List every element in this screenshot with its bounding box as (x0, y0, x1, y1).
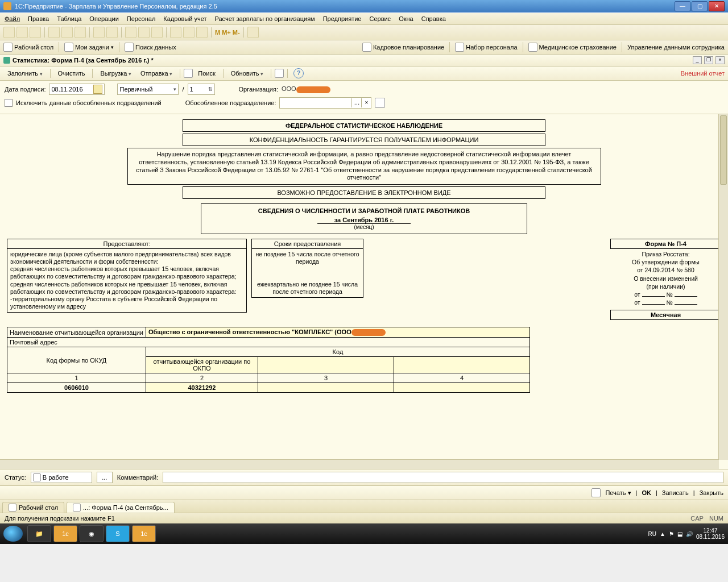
app-icon (3, 2, 11, 10)
doc-min-button[interactable]: _ (693, 56, 702, 64)
help-icon[interactable]: ? (293, 68, 304, 78)
tray-net-icon[interactable]: ⬓ (677, 531, 682, 537)
1c-icon-2[interactable]: 1c (132, 525, 156, 542)
window-title: 1С:Предприятие - Зарплата и Управление П… (15, 0, 217, 13)
obos-input[interactable]: … × (279, 97, 371, 109)
tb-save-icon[interactable] (30, 27, 41, 38)
tb-mminus-icon[interactable]: M- (233, 29, 240, 36)
window-titlebar: 1С:Предприятие - Зарплата и Управление П… (0, 0, 728, 13)
okpo-cell[interactable]: 40321292 (146, 383, 258, 393)
terms-block: Сроки предоставления не позднее 15 числа… (251, 239, 363, 298)
status-combo[interactable]: В работе (31, 472, 92, 483)
explorer-icon[interactable]: 📁 (27, 525, 51, 542)
menu-salary[interactable]: Расчет зарплаты по организациям (214, 15, 315, 22)
tb-misc1-icon[interactable] (170, 27, 181, 38)
horizontal-scrollbar[interactable] (0, 459, 719, 469)
settings-icon[interactable] (275, 69, 284, 78)
close-button[interactable]: ✕ (709, 1, 725, 11)
skype-icon[interactable]: S (106, 525, 130, 542)
tb-redo-icon[interactable] (106, 27, 118, 38)
tb-help-icon[interactable] (151, 27, 163, 38)
obos-clear-button[interactable]: × (361, 98, 371, 107)
refresh-button[interactable]: Обновить (227, 68, 267, 78)
menu-file[interactable]: Файл (5, 15, 20, 22)
menu-service[interactable]: Сервис (369, 15, 391, 22)
main-menu: Файл Правка Таблица Операции Персонал Ка… (0, 13, 728, 25)
nav-tasks[interactable]: Мои задачи▾ (64, 43, 114, 52)
fill-button[interactable]: Заполнить (3, 68, 47, 78)
clear-button[interactable]: Очистить (54, 68, 89, 78)
close-doc-button[interactable]: Закрыть (700, 489, 723, 496)
tab-desktop[interactable]: Рабочий стол (2, 502, 64, 513)
print-button[interactable]: Печать ▾ (605, 489, 631, 497)
tb-calendar-icon[interactable] (138, 27, 150, 38)
tb-open-icon[interactable] (16, 27, 28, 38)
menu-ops[interactable]: Операции (89, 15, 118, 22)
tray-lang[interactable]: RU (648, 531, 656, 537)
nabor-icon (455, 43, 464, 52)
nav-search[interactable]: Поиск данных (125, 43, 176, 52)
window-tabs: Рабочий стол ...: Форма П-4 (за Сентябрь… (0, 500, 728, 513)
menu-edit[interactable]: Правка (28, 15, 49, 22)
menu-windows[interactable]: Окна (399, 15, 413, 22)
nav-nabor[interactable]: Набор персонала (455, 43, 517, 52)
tray-sound-icon[interactable]: 🔊 (686, 531, 693, 537)
ext-report-label: Внешний отчет (681, 70, 725, 77)
tasks-icon (64, 43, 73, 52)
tray-up-icon[interactable]: ▲ (660, 531, 665, 537)
doc-close-button[interactable]: × (715, 56, 725, 64)
comment-input[interactable] (163, 472, 723, 483)
start-button[interactable] (3, 526, 23, 542)
nav-kadr[interactable]: Кадровое планирование (362, 43, 444, 52)
minimize-button[interactable]: — (675, 1, 690, 11)
find-button[interactable]: Поиск (194, 68, 219, 78)
tray-flag-icon[interactable]: ⚑ (669, 531, 674, 537)
menu-personal[interactable]: Персонал (127, 15, 156, 22)
tb-calc-icon[interactable] (125, 27, 136, 38)
report-h2: КОНФИДЕНЦИАЛЬНОСТЬ ГАРАНТИРУЕТСЯ ПОЛУЧАТ… (183, 134, 545, 146)
tb-cut-icon[interactable] (48, 27, 60, 38)
nav-upr[interactable]: Управление данными сотрудника (627, 44, 725, 51)
tb-copy-icon[interactable] (61, 27, 73, 38)
exclude-checkbox[interactable] (5, 99, 13, 107)
tb-m-icon[interactable]: M (215, 29, 220, 36)
tb-paste-icon[interactable] (75, 27, 86, 38)
1c-icon[interactable]: 1c (53, 525, 77, 542)
vertical-scrollbar[interactable] (718, 114, 728, 460)
nav-desktop[interactable]: Рабочий стол (3, 43, 53, 52)
doc-header: Статистика: Форма П-4 (за Сентябрь 2016 … (0, 55, 728, 66)
tb-mplus-icon[interactable]: M+ (222, 29, 231, 36)
kadr-icon (362, 43, 371, 52)
menu-enterprise[interactable]: Предприятие (323, 15, 362, 22)
org-cell[interactable]: Общество с ограниченной ответственностью… (146, 327, 530, 338)
type-combo[interactable]: Первичный (117, 84, 179, 95)
menu-table[interactable]: Таблица (57, 15, 81, 22)
tb-undo-icon[interactable] (93, 27, 105, 38)
nav-toolbar: Рабочий стол Мои задачи▾ Поиск данных Ка… (0, 40, 728, 55)
tb-misc3-icon[interactable] (196, 27, 208, 38)
tb-new-icon[interactable] (3, 27, 15, 38)
status-dots-button[interactable]: ... (97, 472, 113, 483)
menu-kadr[interactable]: Кадровый учет (163, 15, 206, 22)
nav-med[interactable]: Медицинское страхование (528, 43, 617, 52)
date-input[interactable]: 08.11.2016 (49, 84, 105, 95)
desktop-icon (3, 43, 13, 52)
calendar-icon[interactable] (93, 85, 102, 94)
num-spinner[interactable]: 1 (188, 84, 215, 95)
tray-date[interactable]: 08.11.2016 (696, 534, 725, 540)
tb-misc2-icon[interactable] (183, 27, 195, 38)
obos-search-icon[interactable] (375, 98, 385, 108)
maximize-button[interactable]: ▢ (692, 1, 708, 11)
chrome-icon[interactable]: ◉ (80, 525, 104, 542)
ok-button[interactable]: OK (642, 489, 651, 496)
send-button[interactable]: Отправка (136, 68, 176, 78)
menu-help[interactable]: Справка (421, 15, 446, 22)
save-button[interactable]: Записать (662, 489, 689, 496)
tab-form[interactable]: ...: Форма П-4 (за Сентябрь... (67, 502, 175, 513)
report-h1: ФЕДЕРАЛЬНОЕ СТАТИСТИЧЕСКОЕ НАБЛЮДЕНИЕ (183, 119, 545, 132)
tb-last-icon[interactable] (247, 27, 259, 38)
export-button[interactable]: Выгрузка (96, 68, 135, 78)
obos-dots-button[interactable]: … (351, 98, 361, 107)
tray-time[interactable]: 12:47 (696, 527, 725, 534)
doc-restore-button[interactable]: ❐ (704, 56, 713, 64)
